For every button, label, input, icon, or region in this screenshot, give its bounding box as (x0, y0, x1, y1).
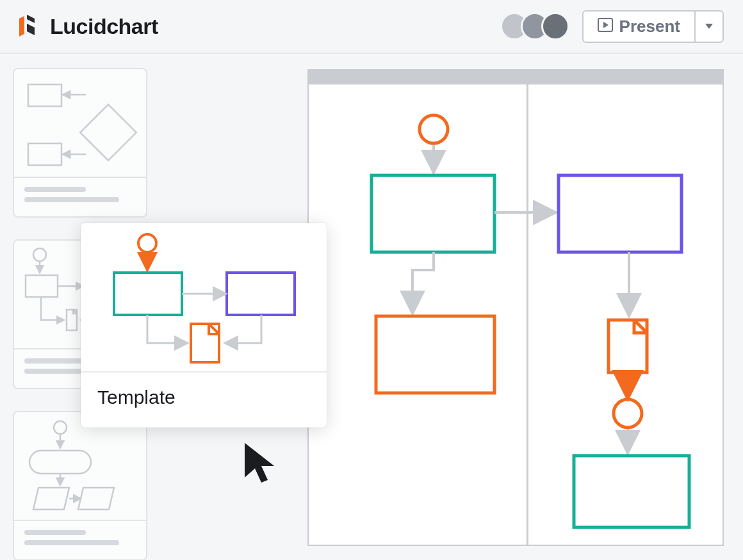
svg-rect-20 (114, 273, 182, 315)
topbar-right: Present (500, 10, 724, 43)
thumbnail-preview (14, 69, 146, 178)
svg-marker-5 (705, 24, 713, 29)
svg-point-18 (138, 234, 156, 252)
brand-name: Lucidchart (50, 14, 158, 39)
svg-point-14 (54, 421, 67, 434)
svg-point-23 (420, 115, 448, 143)
brand: Lucidchart (19, 13, 158, 39)
play-icon (598, 17, 613, 36)
lucidchart-logo-icon (19, 13, 42, 39)
cursor-icon (241, 440, 281, 490)
app-root: Lucidchart Present (0, 0, 743, 560)
svg-marker-0 (19, 16, 24, 36)
canvas-body (309, 84, 723, 545)
svg-rect-6 (28, 84, 61, 106)
workspace: Template (0, 54, 743, 560)
svg-rect-26 (376, 316, 494, 393)
svg-marker-4 (603, 22, 608, 28)
canvas-header-bar (309, 70, 723, 84)
svg-rect-21 (227, 273, 295, 315)
svg-rect-11 (26, 275, 58, 297)
collaborator-avatars (500, 12, 569, 40)
template-thumbnail[interactable] (13, 411, 147, 560)
svg-rect-25 (372, 175, 494, 252)
thumbnail-text-placeholder (14, 521, 146, 559)
caret-down-icon (705, 22, 714, 31)
template-thumbnail[interactable] (13, 68, 147, 218)
top-bar: Lucidchart Present (0, 0, 743, 54)
svg-point-9 (33, 248, 46, 261)
template-popover[interactable]: Template (81, 223, 327, 428)
template-popover-title: Template (97, 387, 310, 408)
present-label: Present (619, 17, 680, 36)
diagram-canvas[interactable] (307, 69, 724, 546)
svg-marker-2 (27, 24, 35, 35)
thumbnail-preview (14, 412, 146, 521)
template-popover-preview (81, 223, 327, 372)
present-button[interactable]: Present (582, 10, 696, 43)
avatar[interactable] (541, 12, 569, 40)
svg-rect-33 (574, 456, 689, 527)
template-popover-footer: Template (81, 372, 327, 428)
present-button-group: Present (582, 10, 724, 43)
svg-rect-8 (80, 104, 136, 161)
svg-marker-1 (27, 15, 35, 23)
svg-point-31 (614, 399, 642, 428)
present-dropdown-button[interactable] (696, 10, 724, 43)
thumbnail-text-placeholder (14, 178, 146, 216)
svg-rect-7 (28, 143, 61, 165)
svg-rect-28 (559, 175, 682, 252)
